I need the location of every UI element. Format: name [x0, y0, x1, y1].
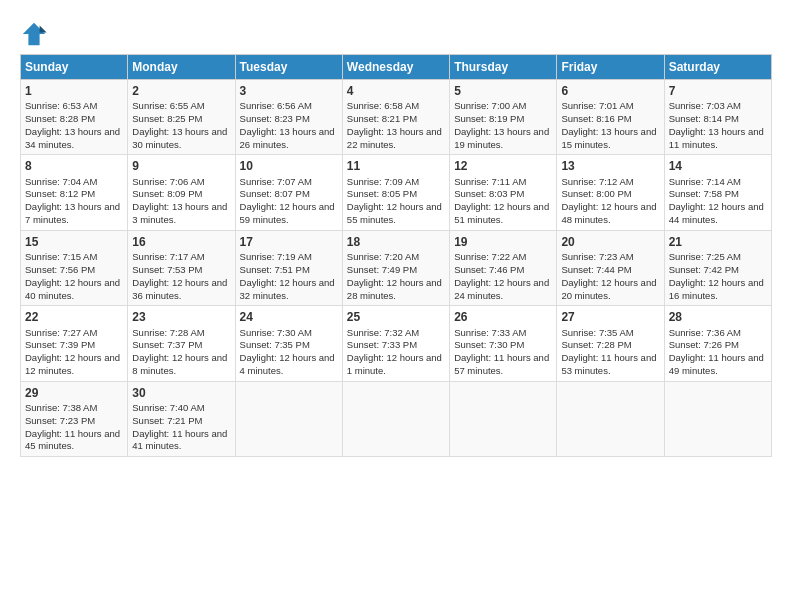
sunrise: Sunrise: 7:27 AM: [25, 327, 97, 338]
logo-icon: [20, 20, 48, 48]
sunrise: Sunrise: 7:01 AM: [561, 100, 633, 111]
sunset: Sunset: 8:09 PM: [132, 188, 202, 199]
day-cell-9: 9 Sunrise: 7:06 AM Sunset: 8:09 PM Dayli…: [128, 155, 235, 230]
daylight: Daylight: 12 hours and 36 minutes.: [132, 277, 227, 301]
sunset: Sunset: 8:21 PM: [347, 113, 417, 124]
day-number: 18: [347, 234, 445, 250]
header-monday: Monday: [128, 55, 235, 80]
sunrise: Sunrise: 7:32 AM: [347, 327, 419, 338]
sunset: Sunset: 7:51 PM: [240, 264, 310, 275]
day-cell-8: 8 Sunrise: 7:04 AM Sunset: 8:12 PM Dayli…: [21, 155, 128, 230]
day-number: 25: [347, 309, 445, 325]
week-row-4: 29 Sunrise: 7:38 AM Sunset: 7:23 PM Dayl…: [21, 381, 772, 456]
day-cell-12: 12 Sunrise: 7:11 AM Sunset: 8:03 PM Dayl…: [450, 155, 557, 230]
day-number: 21: [669, 234, 767, 250]
day-number: 12: [454, 158, 552, 174]
sunset: Sunset: 8:23 PM: [240, 113, 310, 124]
sunset: Sunset: 8:07 PM: [240, 188, 310, 199]
sunrise: Sunrise: 7:22 AM: [454, 251, 526, 262]
day-number: 26: [454, 309, 552, 325]
sunrise: Sunrise: 7:15 AM: [25, 251, 97, 262]
day-cell-16: 16 Sunrise: 7:17 AM Sunset: 7:53 PM Dayl…: [128, 230, 235, 305]
daylight: Daylight: 12 hours and 20 minutes.: [561, 277, 656, 301]
day-number: 11: [347, 158, 445, 174]
daylight: Daylight: 12 hours and 44 minutes.: [669, 201, 764, 225]
day-cell-1: 1 Sunrise: 6:53 AM Sunset: 8:28 PM Dayli…: [21, 80, 128, 155]
daylight: Daylight: 12 hours and 32 minutes.: [240, 277, 335, 301]
daylight: Daylight: 13 hours and 34 minutes.: [25, 126, 120, 150]
header-thursday: Thursday: [450, 55, 557, 80]
sunset: Sunset: 7:58 PM: [669, 188, 739, 199]
day-cell-18: 18 Sunrise: 7:20 AM Sunset: 7:49 PM Dayl…: [342, 230, 449, 305]
day-number: 3: [240, 83, 338, 99]
day-number: 8: [25, 158, 123, 174]
day-cell-6: 6 Sunrise: 7:01 AM Sunset: 8:16 PM Dayli…: [557, 80, 664, 155]
sunset: Sunset: 8:05 PM: [347, 188, 417, 199]
sunrise: Sunrise: 6:53 AM: [25, 100, 97, 111]
page: SundayMondayTuesdayWednesdayThursdayFrid…: [0, 0, 792, 467]
daylight: Daylight: 12 hours and 4 minutes.: [240, 352, 335, 376]
daylight: Daylight: 11 hours and 53 minutes.: [561, 352, 656, 376]
sunset: Sunset: 7:56 PM: [25, 264, 95, 275]
header-row: SundayMondayTuesdayWednesdayThursdayFrid…: [21, 55, 772, 80]
sunset: Sunset: 7:28 PM: [561, 339, 631, 350]
calendar-table: SundayMondayTuesdayWednesdayThursdayFrid…: [20, 54, 772, 457]
sunrise: Sunrise: 6:58 AM: [347, 100, 419, 111]
sunset: Sunset: 8:28 PM: [25, 113, 95, 124]
empty-cell: [235, 381, 342, 456]
day-cell-17: 17 Sunrise: 7:19 AM Sunset: 7:51 PM Dayl…: [235, 230, 342, 305]
day-number: 17: [240, 234, 338, 250]
sunset: Sunset: 7:53 PM: [132, 264, 202, 275]
day-number: 22: [25, 309, 123, 325]
sunset: Sunset: 7:23 PM: [25, 415, 95, 426]
sunrise: Sunrise: 6:55 AM: [132, 100, 204, 111]
sunset: Sunset: 7:37 PM: [132, 339, 202, 350]
day-cell-13: 13 Sunrise: 7:12 AM Sunset: 8:00 PM Dayl…: [557, 155, 664, 230]
daylight: Daylight: 12 hours and 1 minute.: [347, 352, 442, 376]
sunrise: Sunrise: 7:35 AM: [561, 327, 633, 338]
day-number: 24: [240, 309, 338, 325]
sunrise: Sunrise: 7:14 AM: [669, 176, 741, 187]
daylight: Daylight: 11 hours and 57 minutes.: [454, 352, 549, 376]
header-saturday: Saturday: [664, 55, 771, 80]
header-friday: Friday: [557, 55, 664, 80]
week-row-2: 15 Sunrise: 7:15 AM Sunset: 7:56 PM Dayl…: [21, 230, 772, 305]
daylight: Daylight: 12 hours and 16 minutes.: [669, 277, 764, 301]
sunset: Sunset: 7:21 PM: [132, 415, 202, 426]
sunset: Sunset: 7:39 PM: [25, 339, 95, 350]
day-number: 14: [669, 158, 767, 174]
day-cell-7: 7 Sunrise: 7:03 AM Sunset: 8:14 PM Dayli…: [664, 80, 771, 155]
sunset: Sunset: 8:14 PM: [669, 113, 739, 124]
day-number: 1: [25, 83, 123, 99]
sunrise: Sunrise: 7:17 AM: [132, 251, 204, 262]
sunset: Sunset: 8:03 PM: [454, 188, 524, 199]
daylight: Daylight: 13 hours and 19 minutes.: [454, 126, 549, 150]
day-number: 29: [25, 385, 123, 401]
day-cell-15: 15 Sunrise: 7:15 AM Sunset: 7:56 PM Dayl…: [21, 230, 128, 305]
header-sunday: Sunday: [21, 55, 128, 80]
day-cell-2: 2 Sunrise: 6:55 AM Sunset: 8:25 PM Dayli…: [128, 80, 235, 155]
sunrise: Sunrise: 7:11 AM: [454, 176, 526, 187]
sunrise: Sunrise: 7:09 AM: [347, 176, 419, 187]
sunset: Sunset: 7:42 PM: [669, 264, 739, 275]
daylight: Daylight: 13 hours and 11 minutes.: [669, 126, 764, 150]
sunrise: Sunrise: 7:06 AM: [132, 176, 204, 187]
daylight: Daylight: 12 hours and 48 minutes.: [561, 201, 656, 225]
day-number: 9: [132, 158, 230, 174]
day-cell-27: 27 Sunrise: 7:35 AM Sunset: 7:28 PM Dayl…: [557, 306, 664, 381]
empty-cell: [450, 381, 557, 456]
day-cell-10: 10 Sunrise: 7:07 AM Sunset: 8:07 PM Dayl…: [235, 155, 342, 230]
sunrise: Sunrise: 7:25 AM: [669, 251, 741, 262]
day-cell-25: 25 Sunrise: 7:32 AM Sunset: 7:33 PM Dayl…: [342, 306, 449, 381]
sunset: Sunset: 7:46 PM: [454, 264, 524, 275]
svg-marker-0: [23, 23, 45, 45]
sunset: Sunset: 7:35 PM: [240, 339, 310, 350]
sunrise: Sunrise: 7:33 AM: [454, 327, 526, 338]
empty-cell: [342, 381, 449, 456]
daylight: Daylight: 12 hours and 40 minutes.: [25, 277, 120, 301]
empty-cell: [664, 381, 771, 456]
sunrise: Sunrise: 7:23 AM: [561, 251, 633, 262]
sunset: Sunset: 8:12 PM: [25, 188, 95, 199]
daylight: Daylight: 11 hours and 41 minutes.: [132, 428, 227, 452]
daylight: Daylight: 13 hours and 3 minutes.: [132, 201, 227, 225]
